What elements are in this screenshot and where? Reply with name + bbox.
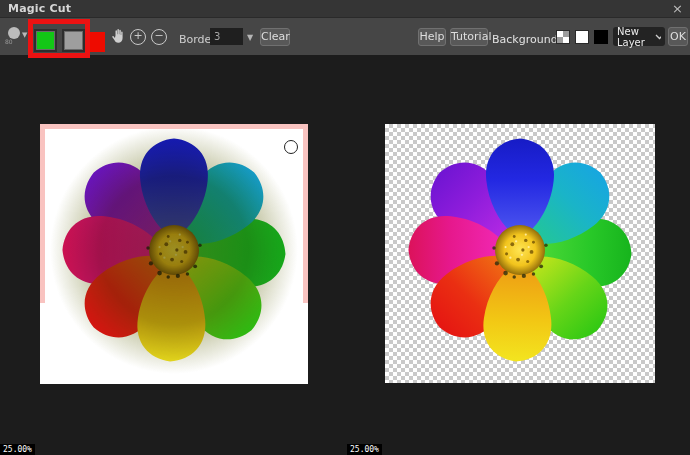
toolbar: 80 ▼ + − Border ▼ Clear Help Tutorial Ba… [0,18,690,55]
border-dropdown-icon[interactable]: ▼ [247,33,253,42]
close-icon[interactable]: × [672,1,683,16]
titlebar: Magic Cut × [0,0,690,18]
background-label: Background: [492,33,561,46]
zoom-level-left: 25.00% [0,444,35,455]
result-preview-panel [385,124,655,383]
background-white-swatch[interactable] [575,30,589,44]
background-mark-top [40,124,308,129]
help-button[interactable]: Help [418,28,446,46]
background-black-swatch[interactable] [594,30,608,44]
hand-tool-icon[interactable] [111,28,125,44]
annotation-highlight-box [28,19,90,58]
background-mark-left [40,124,45,303]
background-transparent-swatch[interactable] [556,30,570,44]
brush-size-value: 80 [5,38,13,45]
source-image-canvas[interactable] [40,124,308,384]
canvas-area: 25.00% 25.00% [0,55,690,455]
chevron-down-icon[interactable]: ▼ [22,31,27,39]
zoom-in-icon[interactable]: + [130,29,146,45]
ok-button[interactable]: OK [668,27,688,46]
zoom-level-right: 25.00% [347,444,382,455]
tutorial-button[interactable]: Tutorial [450,28,488,46]
layer-mode-select[interactable]: New Layer [613,27,665,46]
clear-button[interactable]: Clear [260,28,290,46]
flower-image [49,125,299,375]
zoom-out-icon[interactable]: − [151,29,167,45]
brush-cursor-icon [284,140,298,154]
layer-mode-value: New Layer [617,26,655,48]
dialog-title: Magic Cut [0,2,71,15]
border-input[interactable] [210,28,243,45]
magic-cut-dialog: Magic Cut × 80 ▼ + − Border ▼ Clear Help… [0,0,690,455]
flower-cutout-image [395,125,645,375]
background-mark-right [303,124,308,303]
chevron-down-icon [655,34,661,40]
